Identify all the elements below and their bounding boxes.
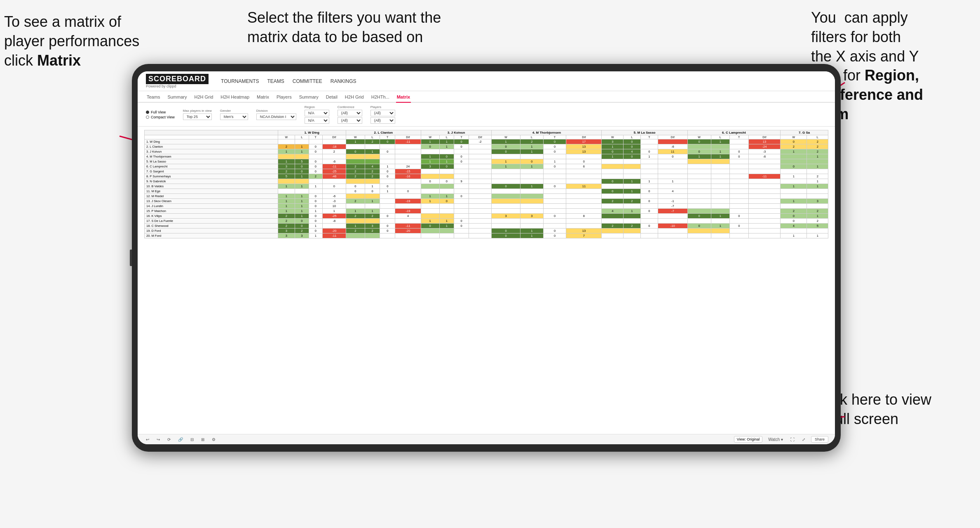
matrix-cell [454, 214, 469, 219]
tab-summary[interactable]: Summary [166, 93, 188, 103]
matrix-cell: 1 [711, 149, 729, 154]
players-select2[interactable]: (All) [370, 117, 395, 124]
matrix-cell [380, 209, 395, 214]
matrix-cell [602, 164, 624, 169]
nav-rankings[interactable]: RANKINGS [331, 77, 356, 86]
matrix-cell [658, 214, 687, 219]
matrix-cell [520, 204, 543, 209]
division-select[interactable]: NCAA Division I NCAA Division II [256, 113, 296, 120]
matrix-cell [365, 233, 380, 238]
matrix-cell: 2 [807, 209, 828, 214]
conference-select[interactable]: (All) [338, 110, 362, 116]
matrix-cell: 0 [687, 149, 711, 154]
max-players-select[interactable]: Top 25 Top 10 Top 50 [183, 113, 212, 120]
matrix-cell: 0 [421, 224, 439, 229]
matrix-cell [395, 184, 421, 189]
matrix-cell: 1 [278, 159, 295, 164]
matrix-cell: 0 [454, 159, 469, 164]
matrix-cell: 1 [439, 194, 454, 199]
matrix-cell [492, 219, 520, 224]
nav-teams[interactable]: TEAMS [267, 77, 284, 86]
full-view-option[interactable]: Full View [146, 110, 175, 114]
matrix-cell [566, 174, 602, 179]
matrix-cell: 1 [380, 189, 395, 194]
matrix-cell: 0 [380, 149, 395, 154]
matrix-cell [454, 189, 469, 194]
matrix-cell: 1 [781, 199, 807, 204]
players-select[interactable]: (All) [370, 110, 395, 116]
tab-matrix[interactable]: Matrix [256, 93, 270, 103]
compact-view-option[interactable]: Compact View [146, 115, 175, 119]
matrix-cell: 1 [309, 184, 322, 189]
matrix-cell [730, 139, 748, 144]
tab-teams[interactable]: Teams [146, 93, 161, 103]
matrix-cell [623, 184, 640, 189]
matrix-cell [687, 184, 711, 189]
matrix-cell: 5 [807, 224, 828, 229]
matrix-cell [602, 204, 624, 209]
tab-matrix-active[interactable]: Matrix [396, 93, 411, 103]
conference-select2[interactable]: (All) [338, 117, 362, 124]
matrix-cell: 13 [566, 229, 602, 233]
region-select2[interactable]: N/A [305, 117, 329, 124]
matrix-cell [543, 224, 566, 229]
screen-button[interactable]: ⛶ [789, 436, 796, 443]
matrix-cell [687, 179, 711, 184]
tab-detail[interactable]: Detail [325, 93, 338, 103]
zoom-in-button[interactable]: ⊞ [199, 436, 206, 443]
tab-h2hth[interactable]: H2HTh... [370, 93, 390, 103]
matrix-cell: 2 [365, 214, 380, 219]
matrix-cell: -20 [322, 229, 346, 233]
tab-h2h-grid2[interactable]: H2H Grid [344, 93, 365, 103]
matrix-cell [439, 214, 454, 219]
matrix-cell [566, 204, 602, 209]
tab-h2h-grid[interactable]: H2H Grid [193, 93, 214, 103]
redo-button[interactable]: ↪ [155, 436, 162, 443]
matrix-cell: 0 [602, 179, 624, 184]
settings-button[interactable]: ⚙ [210, 436, 217, 443]
tab-h2h-heatmap[interactable]: H2H Heatmap [220, 93, 250, 103]
matrix-cell: 0 [492, 144, 520, 149]
matrix-cell [469, 229, 491, 233]
gender-select[interactable]: Men's Women's [220, 113, 248, 120]
region-select[interactable]: N/A [305, 110, 329, 116]
expand-button[interactable]: ⤢ [800, 436, 807, 443]
matrix-cell [623, 233, 640, 238]
tab-players-summary[interactable]: Summary [298, 93, 319, 103]
watch-button[interactable]: Watch ▾ [767, 436, 785, 443]
share-button[interactable]: Share [811, 436, 828, 443]
th-t2: T [380, 135, 395, 139]
matrix-cell: 0 [439, 199, 454, 204]
matrix-cell [623, 214, 640, 219]
link-button[interactable]: 🔗 [176, 436, 185, 443]
matrix-cell [439, 149, 454, 154]
matrix-cell: 2 [346, 214, 365, 219]
matrix-cell: 1 [421, 194, 439, 199]
matrix-cell: -16 [395, 174, 421, 179]
matrix-cell: 0 [309, 149, 322, 154]
nav-committee[interactable]: COMMITTEE [293, 77, 322, 86]
matrix-cell [454, 233, 469, 238]
matrix-cell [469, 154, 491, 159]
matrix-cell [566, 154, 602, 159]
tab-players[interactable]: Players [276, 93, 293, 103]
matrix-cell: 2 [278, 169, 295, 174]
zoom-out-button[interactable]: ⊟ [189, 436, 195, 443]
table-row: 12. M Riedel110-6110 [145, 194, 828, 199]
th-w6: W [687, 135, 711, 139]
matrix-cell: 1 [365, 199, 380, 204]
matrix-cell: 0 [623, 154, 640, 159]
matrix-cell: 0 [295, 169, 309, 174]
table-row: 7. G Sargent200-25220-15 [145, 169, 828, 174]
matrix-cell: 0 [380, 169, 395, 174]
player-name-cell: 5. M La Sasso [145, 159, 278, 164]
view-original-button[interactable]: View: Original [734, 436, 762, 443]
undo-button[interactable]: ↩ [144, 436, 151, 443]
matrix-cell: 1 [278, 199, 295, 204]
matrix-cell [711, 184, 729, 189]
matrix-cell [711, 194, 729, 199]
refresh-button[interactable]: ⟳ [166, 436, 172, 443]
player-name-cell: 16. K Vilips [145, 214, 278, 219]
matrix-cell: 0 [730, 224, 748, 229]
nav-tournaments[interactable]: TOURNAMENTS [221, 77, 259, 86]
